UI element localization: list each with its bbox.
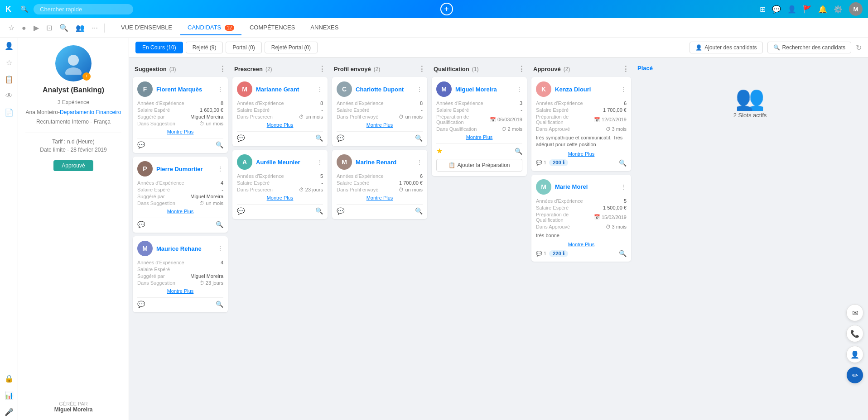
bell-icon[interactable]: 🔔 — [818, 5, 827, 14]
column-suggestion-count: (3) — [169, 66, 176, 72]
settings-icon[interactable]: ⚙️ — [834, 5, 843, 14]
search-icon-marie-morel[interactable]: 🔍 — [619, 250, 627, 257]
float-user-check-button[interactable]: 👤 — [846, 346, 863, 363]
add-prep-button-miguel[interactable]: 📋 Ajouter la Préparation — [436, 159, 522, 172]
refresh-icon[interactable]: ↻ — [856, 43, 862, 52]
search-icon-marine[interactable]: 🔍 — [415, 207, 423, 215]
menu-kenza[interactable]: ⋮ — [620, 86, 627, 93]
play-nav-icon[interactable]: ▶ — [31, 22, 42, 34]
tab-competences[interactable]: COMPÉTENCES — [242, 20, 302, 35]
tab-vue-ensemble[interactable]: VUE D'ENSEMBLE — [114, 20, 179, 35]
name-maurice[interactable]: Maurice Rehane — [156, 245, 213, 252]
name-charlotte[interactable]: Charlotte Dupont — [356, 86, 413, 93]
search-nav-icon[interactable]: 🔍 — [57, 22, 71, 34]
search-icon-kenza[interactable]: 🔍 — [619, 159, 627, 167]
sidebar-eye-icon[interactable]: 👁 — [5, 92, 13, 100]
grid-icon[interactable]: ⊞ — [760, 5, 766, 14]
comment-icon-marianne[interactable]: 💬 — [237, 134, 245, 142]
show-more-charlotte[interactable]: Montre Plus — [337, 122, 423, 128]
add-prep-icon-miguel: 📋 — [448, 162, 455, 168]
sidebar-lock-icon[interactable]: 🔒 — [5, 374, 14, 383]
sidebar-user-icon[interactable]: 👤 — [5, 42, 14, 50]
menu-miguel[interactable]: ⋮ — [516, 86, 522, 93]
name-florent[interactable]: Florent Marquès — [156, 86, 213, 93]
search-input[interactable] — [34, 4, 133, 14]
menu-marie-morel[interactable]: ⋮ — [620, 183, 627, 191]
column-profil-envoye-menu[interactable]: ⋮ — [418, 65, 425, 73]
show-more-miguel[interactable]: Montre Plus — [436, 134, 522, 140]
menu-charlotte[interactable]: ⋮ — [416, 86, 423, 93]
sidebar-star-icon[interactable]: ☆ — [6, 58, 12, 67]
star-nav-icon[interactable]: ☆ — [5, 22, 17, 34]
add-candidats-button[interactable]: 👤 Ajouter des candidats — [690, 42, 762, 53]
column-approuve-menu[interactable]: ⋮ — [622, 65, 629, 73]
menu-marianne[interactable]: ⋮ — [317, 86, 323, 93]
float-edit-button[interactable]: ✏ — [846, 367, 863, 384]
sidebar-mic-icon[interactable]: 🎤 — [5, 408, 14, 416]
name-aurelie[interactable]: Aurélie Meunier — [256, 159, 313, 166]
chat-icon[interactable]: 💬 — [772, 5, 781, 14]
search-icon-florent[interactable]: 🔍 — [216, 141, 223, 148]
profile-company-link[interactable]: Departamento Financeiro — [60, 109, 121, 115]
menu-pierre[interactable]: ⋮ — [217, 165, 223, 172]
tab-annexes[interactable]: ANNEXES — [303, 20, 346, 35]
filter-rejete[interactable]: Rejeté (9) — [186, 42, 223, 53]
column-prescreen-menu[interactable]: ⋮ — [318, 65, 326, 73]
column-qualification-menu[interactable]: ⋮ — [518, 65, 525, 73]
grid-nav-icon[interactable]: ⊡ — [43, 22, 55, 34]
user-avatar[interactable]: M — [849, 2, 863, 16]
filter-portal[interactable]: Portal (0) — [226, 42, 261, 53]
name-pierre[interactable]: Pierre Dumortier — [156, 166, 213, 172]
search-icon-pierre[interactable]: 🔍 — [216, 221, 223, 228]
name-marine[interactable]: Marine Renard — [356, 159, 413, 166]
menu-aurelie[interactable]: ⋮ — [317, 158, 323, 166]
float-phone-button[interactable]: 📞 — [846, 325, 863, 342]
name-marie-morel[interactable]: Marie Morel — [555, 183, 617, 190]
user-add-icon[interactable]: 👤 — [787, 5, 796, 14]
flag-icon[interactable]: 🚩 — [803, 5, 812, 14]
sidebar-chart-icon[interactable]: 📊 — [5, 391, 14, 400]
add-button[interactable]: + — [440, 3, 453, 15]
filter-en-cours[interactable]: En Cours (10) — [135, 42, 183, 53]
dot-nav-icon[interactable]: ● — [19, 22, 29, 34]
users-nav-icon[interactable]: 👥 — [73, 22, 87, 34]
search-icon-maurice[interactable]: 🔍 — [216, 301, 223, 308]
filter-rejete-portal[interactable]: Rejeté Portal (0) — [265, 42, 318, 53]
column-suggestion-menu[interactable]: ⋮ — [219, 65, 226, 73]
time-marianne: un mois — [305, 114, 323, 119]
menu-florent[interactable]: ⋮ — [217, 86, 223, 93]
menu-marine[interactable]: ⋮ — [416, 158, 423, 166]
search-icon-aurelie[interactable]: 🔍 — [315, 207, 323, 215]
comment-icon-pierre[interactable]: 💬 — [137, 221, 145, 228]
comment-icon-maurice[interactable]: 💬 — [137, 301, 145, 308]
name-kenza[interactable]: Kenza Diouri — [555, 86, 617, 93]
profile-status-button[interactable]: Approuvé — [53, 160, 93, 171]
show-more-pierre[interactable]: Montre Plus — [137, 209, 223, 214]
search-icon-miguel[interactable]: 🔍 — [515, 148, 522, 155]
show-more-marie-morel[interactable]: Montre Plus — [536, 242, 627, 247]
menu-maurice[interactable]: ⋮ — [217, 245, 223, 252]
comment-icon-charlotte[interactable]: 💬 — [337, 134, 344, 142]
show-more-maurice[interactable]: Montre Plus — [137, 288, 223, 294]
sidebar-kanban-icon[interactable]: 📄 — [5, 108, 14, 117]
tab-candidats[interactable]: CANDIDATS 12 — [180, 20, 241, 35]
search-candidats-button[interactable]: 🔍 Rechercher des candidats — [767, 42, 851, 53]
search-icon-marianne[interactable]: 🔍 — [315, 134, 323, 142]
show-more-marianne[interactable]: Montre Plus — [237, 122, 323, 128]
more-nav-icon[interactable]: ··· — [89, 22, 101, 34]
sidebar-list-icon[interactable]: 📋 — [5, 75, 14, 84]
float-send-button[interactable]: ✉ — [846, 304, 863, 321]
comment-icon-aurelie[interactable]: 💬 — [237, 207, 245, 215]
show-more-kenza[interactable]: Montre Plus — [536, 151, 627, 157]
show-more-aurelie[interactable]: Montre Plus — [237, 195, 323, 200]
clock-icon-maurice: ⏱ — [199, 280, 204, 286]
search-icon-charlotte[interactable]: 🔍 — [415, 134, 423, 142]
name-marianne[interactable]: Marianne Grant — [256, 86, 313, 93]
show-more-marine[interactable]: Montre Plus — [337, 195, 423, 200]
name-miguel[interactable]: Miguel Moreira — [455, 86, 512, 93]
comment-icon-florent[interactable]: 💬 — [137, 141, 145, 148]
avatar-kenza: K — [536, 81, 551, 97]
show-more-florent[interactable]: Montre Plus — [137, 129, 223, 134]
comment-icon-marine[interactable]: 💬 — [337, 207, 344, 215]
star-miguel[interactable]: ★ — [436, 147, 443, 155]
